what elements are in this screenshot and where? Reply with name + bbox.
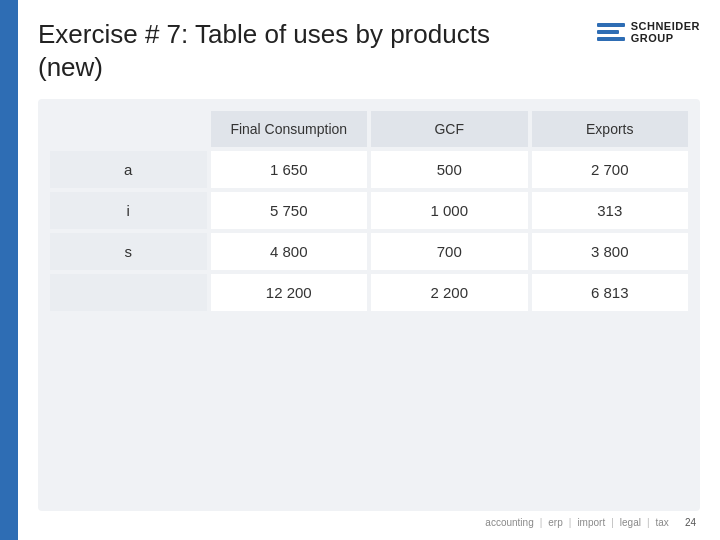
footer-sep-1: | [540,517,543,528]
footer-item-erp: erp [548,517,562,528]
table-cell-r2-c0: s [50,233,207,270]
footer-sep-3: | [611,517,614,528]
table-cell-r0-c2: 500 [371,151,528,188]
table-header-row: Final Consumption GCF Exports [50,111,688,147]
logo: SCHNEIDER GROUP [597,20,700,44]
footer-sep-2: | [569,517,572,528]
accent-bar [0,0,18,540]
col-header-empty [50,111,207,147]
logo-line-3 [597,37,625,41]
page-header: Exercise # 7: Table of uses by products … [38,18,700,83]
table-cell-r3-c2: 2 200 [371,274,528,311]
table-cell-r3-c3: 6 813 [532,274,689,311]
table-cell-r1-c1: 5 750 [211,192,368,229]
table-cell-r2-c3: 3 800 [532,233,689,270]
logo-line-1 [597,23,625,27]
table-cell-r2-c2: 700 [371,233,528,270]
logo-text-top: SCHNEIDER [631,20,700,32]
table-cell-r2-c1: 4 800 [211,233,368,270]
col-header-gcf: GCF [371,111,528,147]
logo-text: SCHNEIDER GROUP [631,20,700,44]
table-cell-r0-c3: 2 700 [532,151,689,188]
footer-item-legal: legal [620,517,641,528]
footer-item-accounting: accounting [485,517,533,528]
table-row: i5 7501 000313 [50,192,688,229]
logo-icon [597,23,625,41]
main-content: Exercise # 7: Table of uses by products … [28,0,720,540]
table-row: 12 2002 2006 813 [50,274,688,311]
table-wrapper: Final Consumption GCF Exports a1 6505002… [38,99,700,511]
col-header-final-consumption: Final Consumption [211,111,368,147]
table-cell-r1-c3: 313 [532,192,689,229]
page-title: Exercise # 7: Table of uses by products … [38,18,558,83]
table-cell-r3-c0 [50,274,207,311]
footer-item-import: import [577,517,605,528]
table-cell-r0-c0: a [50,151,207,188]
table-cell-r0-c1: 1 650 [211,151,368,188]
logo-line-2 [597,30,619,34]
footer-sep-4: | [647,517,650,528]
table-cell-r3-c1: 12 200 [211,274,368,311]
table-cell-r1-c0: i [50,192,207,229]
footer-item-tax: tax [656,517,669,528]
table-row: s4 8007003 800 [50,233,688,270]
logo-text-bottom: GROUP [631,32,700,44]
col-header-exports: Exports [532,111,689,147]
table-row: a1 6505002 700 [50,151,688,188]
table-cell-r1-c2: 1 000 [371,192,528,229]
uses-table: Final Consumption GCF Exports a1 6505002… [46,107,692,315]
page-footer: accounting | erp | import | legal | tax … [38,511,700,530]
footer-page-number: 24 [685,517,696,528]
